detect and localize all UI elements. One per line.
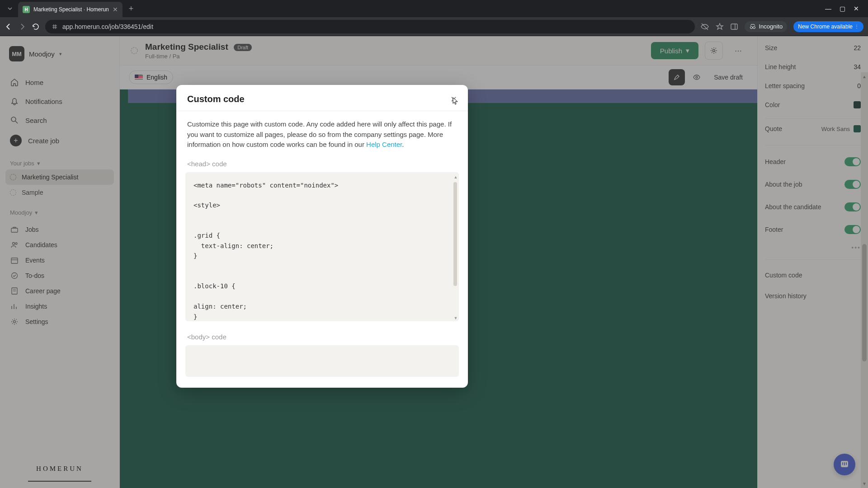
reload-icon[interactable]	[32, 23, 40, 31]
sync-icon	[130, 46, 139, 55]
site-info-icon[interactable]	[52, 23, 58, 30]
save-draft-button[interactable]: Save draft	[708, 70, 748, 84]
briefcase-icon	[10, 225, 19, 234]
nav-notifications[interactable]: Notifications	[5, 92, 114, 110]
more-options-icon[interactable]: •••	[765, 242, 861, 253]
toggle-about-candidate[interactable]: About the candidate	[765, 197, 861, 217]
nav-todos[interactable]: To-dos	[5, 268, 114, 283]
page-title: Marketing Specialist	[145, 42, 228, 52]
design-tool-button[interactable]	[669, 69, 685, 85]
svg-point-7	[13, 243, 15, 245]
chevron-down-icon: ▾	[37, 160, 40, 167]
nav-insights[interactable]: Insights	[5, 299, 114, 314]
toggle-header[interactable]: Header	[765, 152, 861, 172]
modal-description: Customize this page with custom code. An…	[176, 111, 468, 150]
prop-size[interactable]: Size 22	[765, 40, 861, 56]
panel-custom-code[interactable]: Custom code	[765, 266, 861, 284]
side-panel-icon[interactable]	[730, 23, 738, 31]
url-input[interactable]: app.homerun.co/job/336451/edit	[45, 20, 695, 33]
svg-rect-6	[11, 228, 18, 232]
nav-settings[interactable]: Settings	[5, 314, 114, 329]
chrome-update-button[interactable]: New Chrome available ⋮	[793, 21, 863, 32]
color-swatch-icon[interactable]	[854, 125, 861, 132]
help-center-link[interactable]: Help Center	[366, 141, 402, 148]
nav-career-page[interactable]: Career page	[5, 284, 114, 298]
panel-version-history[interactable]: Version history	[765, 287, 861, 305]
maximize-icon[interactable]: ▢	[840, 5, 845, 12]
section-moodjoy[interactable]: Moodjoy ▾	[5, 205, 114, 219]
page-scrollbar[interactable]: ▲ ▼	[861, 72, 868, 488]
head-code-textarea[interactable]	[185, 172, 459, 321]
scroll-down-icon[interactable]: ▼	[453, 316, 458, 320]
forward-icon[interactable]	[18, 23, 26, 31]
job-title-area: Marketing Specialist Draft Full-time / P…	[145, 42, 252, 60]
nav-events[interactable]: Events	[5, 253, 114, 267]
search-icon	[10, 116, 19, 125]
settings-button[interactable]	[705, 42, 723, 60]
tab-close-icon[interactable]: ✕	[113, 6, 118, 13]
nav-create-job[interactable]: + Create job	[5, 130, 114, 151]
prop-letter-spacing[interactable]: Letter spacing 0	[765, 78, 861, 94]
prop-color[interactable]: Color	[765, 97, 861, 113]
body-code-label: <body> code	[176, 323, 468, 345]
plus-circle-icon: +	[10, 135, 22, 146]
svg-rect-9	[11, 258, 18, 263]
calendar-icon	[10, 256, 19, 264]
nav-candidates[interactable]: Candidates	[5, 238, 114, 252]
scroll-down-icon[interactable]: ▼	[861, 480, 868, 487]
toggle-switch[interactable]	[844, 225, 861, 234]
workspace-avatar: MM	[9, 46, 24, 61]
scroll-up-icon[interactable]: ▲	[861, 73, 868, 80]
new-tab-button[interactable]: +	[124, 4, 138, 14]
toggle-switch[interactable]	[844, 180, 861, 189]
incognito-badge[interactable]: Incognito	[745, 21, 788, 32]
color-swatch-icon[interactable]	[854, 101, 861, 108]
scrollbar-thumb[interactable]	[453, 182, 457, 286]
tab-list-dropdown-icon[interactable]	[7, 6, 13, 11]
language-selector[interactable]: English	[129, 70, 173, 84]
browser-tab-active[interactable]: H Marketing Specialist · Homerun ✕	[18, 2, 123, 17]
toggle-switch[interactable]	[844, 202, 861, 211]
job-item-marketing-specialist[interactable]: Marketing Specialist	[5, 169, 114, 185]
intercom-chat-button[interactable]	[834, 454, 855, 475]
check-circle-icon	[10, 272, 19, 280]
more-button[interactable]: ⋯	[729, 42, 747, 60]
scrollbar-thumb[interactable]	[862, 244, 867, 361]
status-badge: Draft	[234, 44, 252, 51]
url-text: app.homerun.co/job/336451/edit	[62, 23, 153, 30]
workspace-name: Moodjoy	[29, 50, 55, 58]
svg-point-2	[750, 26, 752, 28]
body-code-textarea[interactable]	[185, 345, 459, 377]
browser-tab-bar: H Marketing Specialist · Homerun ✕ + — ▢…	[0, 0, 868, 17]
back-icon[interactable]	[5, 23, 13, 31]
scroll-up-icon[interactable]: ▲	[453, 175, 458, 179]
custom-code-modal: Custom code ✕ Customize this page with c…	[176, 85, 468, 388]
toggle-footer[interactable]: Footer	[765, 220, 861, 239]
bookmark-star-icon[interactable]	[716, 23, 724, 31]
home-icon	[10, 78, 19, 87]
prop-quote[interactable]: Quote Work Sans	[765, 118, 861, 139]
preview-button[interactable]	[689, 69, 705, 85]
tab-title: Marketing Specialist · Homerun	[33, 6, 109, 13]
eye-off-icon[interactable]	[700, 22, 709, 31]
svg-point-15	[14, 321, 16, 323]
nav-search[interactable]: Search	[5, 111, 114, 129]
nav-jobs[interactable]: Jobs	[5, 222, 114, 237]
toggle-switch[interactable]	[844, 157, 861, 166]
modal-close-button[interactable]: ✕	[450, 94, 457, 104]
close-window-icon[interactable]: ✕	[854, 5, 859, 12]
nav-home[interactable]: Home	[5, 73, 114, 91]
svg-point-18	[696, 76, 698, 78]
topbar: Marketing Specialist Draft Full-time / P…	[120, 36, 757, 66]
textarea-scrollbar[interactable]: ▲ ▼	[453, 175, 458, 320]
flag-us-icon	[135, 75, 143, 80]
publish-button[interactable]: Publish ▾	[651, 42, 698, 59]
toggle-about-job[interactable]: About the job	[765, 174, 861, 194]
prop-line-height[interactable]: Line height 34	[765, 59, 861, 75]
section-your-jobs[interactable]: Your jobs ▾	[5, 155, 114, 169]
job-item-sample[interactable]: Sample	[5, 185, 114, 200]
page-icon	[10, 287, 19, 295]
minimize-icon[interactable]: —	[825, 5, 831, 12]
workspace-switcher[interactable]: MM Moodjoy ▾	[5, 42, 114, 65]
chevron-down-icon: ▾	[59, 51, 62, 57]
